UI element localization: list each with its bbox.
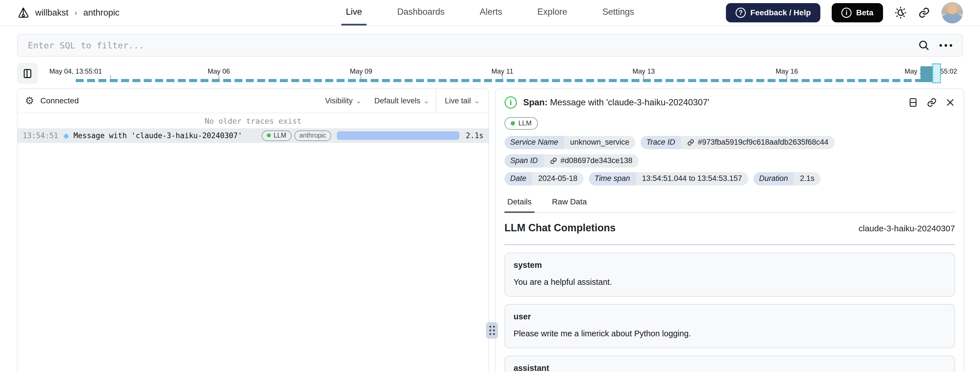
trace-list-header: ⚙ Connected Visibility ⌄ Default levels … [18,89,488,113]
live-tail-dropdown[interactable]: Live tail ⌄ [436,89,488,113]
link-icon [687,139,694,146]
gear-icon[interactable]: ⚙ [25,96,34,106]
close-panel-button[interactable] [945,98,955,107]
timeline-label: May 16 [776,67,798,75]
breadcrumb-project[interactable]: anthropic [83,8,120,18]
breadcrumb-separator-icon: › [75,8,77,17]
theme-toggle-button[interactable] [894,6,907,19]
span-info-icon: i [504,96,517,109]
message-role: user [514,312,946,321]
sql-filter-input[interactable] [18,35,918,56]
span-diamond-icon: ◆ [63,131,69,140]
prop-span-id[interactable]: Span ID #d08697de343ce138 [504,154,639,168]
breadcrumb[interactable]: willbakst › anthropic [17,6,119,19]
span-properties-row-2: Date 2024-05-18 Time span 13:54:51.044 t… [504,172,955,185]
tab-raw-data[interactable]: Raw Data [549,197,590,213]
message-card-user: user Please write me a limerick about Py… [504,304,955,348]
timeline-histogram-bar [920,66,933,82]
question-icon: ? [735,8,746,18]
timeline-label: May 06 [208,67,230,75]
span-title: Span: Message with 'claude-3-haiku-20240… [523,97,709,108]
span-detail-panel: i Span: Message with 'claude-3-haiku-202… [495,88,964,372]
trace-row[interactable]: 13:54:51 ◆ Message with 'claude-3-haiku-… [18,128,488,143]
copy-link-button[interactable] [927,97,937,108]
message-card-assistant: assistant Here's a limerick about Python… [504,356,955,372]
main-content: ⚙ Connected Visibility ⌄ Default levels … [0,88,980,372]
timeline-label: May 04, 13:55:01 [49,67,102,75]
chevron-down-icon: ⌄ [355,96,362,105]
share-link-button[interactable] [918,7,930,19]
filter-section [0,26,980,62]
header-actions: ? Feedback / Help i Beta [726,2,963,24]
sql-filter-bar [17,34,963,57]
green-dot-icon [511,121,515,125]
trace-message: Message with 'claude-3-haiku-20240307' [73,131,242,140]
user-avatar[interactable] [942,2,963,24]
info-icon: i [842,8,851,18]
message-card-system: system You are a helpful assistant. [504,253,955,297]
breadcrumb-org[interactable]: willbakst [35,8,68,18]
prop-duration: Duration 2.1s [753,172,821,185]
section-title: LLM Chat Completions [504,222,616,234]
default-levels-dropdown[interactable]: Default levels ⌄ [368,89,436,113]
search-button[interactable] [918,40,930,51]
tab-settings[interactable]: Settings [598,0,639,25]
chevron-down-icon: ⌄ [423,96,430,105]
tab-details[interactable]: Details [504,197,535,213]
section-divider [504,244,955,245]
app-logo-icon [17,6,30,19]
panel-resize-handle[interactable] [486,322,498,339]
sidebar-toggle-button[interactable] [17,63,38,84]
trace-list-panel: ⚙ Connected Visibility ⌄ Default levels … [17,88,489,372]
moon-theme-icon [894,6,907,19]
trace-duration: 2.1s [466,131,484,140]
link-icon [918,7,930,19]
connection-status: Connected [40,96,78,105]
beta-label: Beta [856,8,873,17]
split-view-button[interactable] [908,97,918,108]
message-text: You are a helpful assistant. [514,277,946,288]
split-panel-icon [908,97,918,108]
time-range-histogram[interactable]: May 04, 13:55:01 May 06 May 09 May 11 Ma… [45,63,963,84]
model-name: claude-3-haiku-20240307 [859,224,955,233]
main-nav: Live Dashboards Alerts Explore Settings [341,0,639,25]
tab-explore[interactable]: Explore [533,0,572,25]
filter-more-button[interactable] [939,44,952,47]
feedback-help-label: Feedback / Help [750,8,811,17]
tab-live[interactable]: Live [341,0,367,25]
span-detail-tabs: Details Raw Data [504,197,955,213]
message-role: system [514,260,946,270]
prop-trace-id[interactable]: Trace ID #973fba5919cf9c618aafdb2635f68c… [641,136,835,149]
feedback-help-button[interactable]: ? Feedback / Help [726,3,820,22]
llm-badge: LLM [262,130,291,141]
message-text: Please write me a limerick about Python … [514,328,946,339]
close-icon [945,98,955,107]
timeline-section: May 04, 13:55:01 May 06 May 09 May 11 Ma… [0,62,980,88]
llm-tag: LLM [504,117,538,130]
visibility-dropdown[interactable]: Visibility ⌄ [319,89,368,113]
prop-service-name: Service Name unknown_service [504,136,635,149]
timeline-label: May 11 [492,67,513,75]
top-navbar: willbakst › anthropic Live Dashboards Al… [0,0,980,26]
span-properties-row-1: Service Name unknown_service Trace ID #9… [504,136,955,168]
tab-dashboards[interactable]: Dashboards [393,0,449,25]
span-header: i Span: Message with 'claude-3-haiku-202… [504,96,955,109]
tab-alerts[interactable]: Alerts [475,0,507,25]
timeline-label: May 09 [350,67,372,75]
trace-timestamp: 13:54:51 [23,131,58,140]
search-icon [918,40,930,51]
panel-toggle-icon [22,68,33,79]
ellipsis-icon [939,44,952,47]
link-icon [550,157,557,165]
message-role: assistant [514,364,946,372]
link-icon [927,97,937,108]
timeline-selection-range[interactable] [932,63,941,83]
green-dot-icon [267,133,271,137]
duration-bar [337,131,460,140]
source-badge: anthropic [294,130,331,141]
no-older-traces-message: No older traces exist [18,113,488,128]
timeline-activity-dashes [76,79,932,82]
prop-date: Date 2024-05-18 [504,172,584,185]
beta-button[interactable]: i Beta [832,3,883,22]
prop-time-span: Time span 13:54:51.044 to 13:54:53.157 [589,172,748,185]
